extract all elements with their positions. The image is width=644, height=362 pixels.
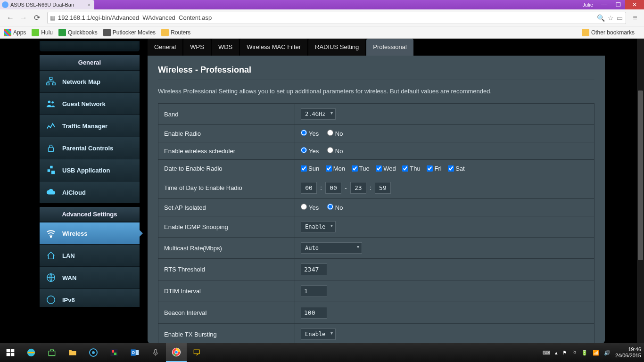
window-maximize-button[interactable]: ❐ (611, 0, 625, 9)
tab-mac-filter[interactable]: Wireless MAC Filter (240, 39, 307, 56)
quickbooks-icon (58, 29, 66, 36)
tray-chevron-icon[interactable]: ▴ (555, 350, 558, 356)
chrome-menu-button[interactable]: ≡ (630, 14, 640, 22)
tray-battery-icon[interactable]: 🔋 (581, 350, 588, 356)
page-info-icon[interactable]: ▦ (48, 15, 57, 21)
row-dtim: DTIM Interval (158, 280, 594, 302)
tray-flag-icon[interactable]: ⚑ (562, 350, 567, 356)
window-close-button[interactable]: ✕ (625, 0, 644, 9)
sidebar-item-traffic-manager[interactable]: Traffic Manager (40, 115, 140, 137)
sidebar-item-aicloud[interactable]: AiCloud (40, 181, 140, 203)
sidebar-item-network-map[interactable]: Network Map (40, 70, 140, 92)
sidebar-item-wireless[interactable]: Wireless (40, 222, 140, 244)
sidebar: General Network Map Guest Network Traffi… (39, 39, 143, 343)
tray-volume-icon[interactable]: 🔊 (604, 350, 611, 356)
scrollbar-thumb[interactable] (638, 90, 643, 260)
dtim-input[interactable] (301, 285, 327, 297)
day-wed[interactable]: Wed (376, 165, 396, 172)
taskbar-camera[interactable] (83, 343, 104, 362)
taskbar-store[interactable] (41, 343, 62, 362)
lan-icon (44, 250, 58, 261)
tab-radius[interactable]: RADIUS Setting (308, 39, 365, 56)
sidebar-item-wan[interactable]: WAN (40, 266, 140, 288)
label-ap-isolated: Set AP Isolated (158, 199, 295, 216)
row-beacon: Beacon Interval (158, 302, 594, 324)
svg-rect-1 (47, 83, 50, 85)
sidebar-item-lan[interactable]: LAN (40, 244, 140, 266)
taskbar-network-tool[interactable] (187, 343, 207, 362)
tab-wps[interactable]: WPS (183, 39, 211, 56)
close-tab-icon[interactable]: × (86, 2, 92, 8)
tab-professional[interactable]: Professional (366, 39, 413, 56)
band-select[interactable]: 2.4GHz (301, 108, 336, 120)
settings-panel: Wireless - Professional Wireless Profess… (148, 56, 605, 343)
taskbar-clock[interactable]: 19:46 24/06/2015 (615, 346, 644, 359)
back-button[interactable]: ← (5, 12, 16, 24)
sidebar-item-parental-controls[interactable]: Parental Controls (40, 137, 140, 159)
svg-rect-12 (7, 353, 10, 356)
tray-flag2-icon[interactable]: ⚐ (572, 350, 577, 356)
windows-user[interactable]: Julie (578, 2, 597, 8)
svg-text:O: O (132, 350, 135, 355)
taskbar-chrome[interactable] (166, 343, 187, 362)
page-scrollbar[interactable] (637, 39, 644, 343)
taskbar-explorer[interactable] (62, 343, 83, 362)
bookmark-hulu[interactable]: Hulu (32, 29, 53, 36)
address-bar[interactable]: ▦ 192.168.1.1/cgi-bin/Advanced_WAdvanced… (47, 12, 626, 24)
day-fri[interactable]: Fri (427, 165, 441, 172)
sidebar-item-ipv6[interactable]: IPv6 (40, 288, 140, 307)
day-thu[interactable]: Thu (402, 165, 420, 172)
time-start-hour[interactable] (301, 182, 317, 194)
time-start-min[interactable] (325, 182, 341, 194)
day-mon[interactable]: Mon (326, 165, 345, 172)
start-button[interactable] (0, 343, 21, 362)
beacon-input[interactable] (301, 307, 327, 319)
ipv6-icon (44, 295, 58, 305)
system-tray: ⌨ ▴ ⚑ ⚐ 🔋 📶 🔊 (538, 350, 615, 356)
zoom-icon[interactable]: 🔍 (597, 14, 605, 22)
day-sun[interactable]: Sun (301, 165, 319, 172)
taskbar-puzzle[interactable] (104, 343, 124, 362)
enable-radio-no[interactable]: No (327, 130, 343, 137)
tray-keyboard-icon[interactable]: ⌨ (543, 350, 550, 356)
ap-isolated-no[interactable]: No (327, 204, 343, 211)
bookmark-other[interactable]: Other bookmarks (582, 29, 635, 36)
day-sat[interactable]: Sat (448, 165, 465, 172)
scheduler-yes[interactable]: Yes (301, 148, 319, 155)
window-minimize-button[interactable]: — (597, 0, 611, 9)
scheduler-no[interactable]: No (327, 148, 343, 155)
bookmark-putlocker[interactable]: Putlocker Movies (103, 29, 156, 36)
router-page: General Network Map Guest Network Traffi… (0, 39, 644, 343)
tab-bar: General WPS WDS Wireless MAC Filter RADI… (148, 39, 605, 56)
taskbar-outlook[interactable]: O (124, 343, 145, 362)
svg-rect-13 (11, 353, 15, 356)
tab-general[interactable]: General (148, 39, 182, 56)
time-end-min[interactable] (375, 182, 391, 194)
bookmark-quickbooks[interactable]: Quickbooks (58, 29, 98, 36)
tray-wifi-icon[interactable]: 📶 (593, 350, 599, 356)
bookmark-apps[interactable]: Apps (4, 29, 26, 36)
bookmark-routers[interactable]: Routers (161, 29, 190, 36)
tab-wds[interactable]: WDS (212, 39, 239, 56)
rts-input[interactable] (301, 263, 327, 275)
device-icon[interactable]: ▭ (617, 14, 623, 22)
taskbar-ie[interactable] (21, 343, 41, 362)
day-tue[interactable]: Tue (352, 165, 370, 172)
bookmark-star-icon[interactable]: ☆ (608, 14, 614, 22)
ap-isolated-yes[interactable]: Yes (301, 204, 319, 211)
reload-button[interactable]: ⟳ (31, 12, 42, 24)
multicast-select[interactable]: Auto (301, 242, 362, 254)
forward-button[interactable]: → (18, 12, 29, 24)
igmp-select[interactable]: Enable (301, 221, 336, 232)
sidebar-item-usb-application[interactable]: USB Application (40, 159, 140, 181)
sidebar-item-guest-network[interactable]: Guest Network (40, 92, 140, 115)
txbursting-select[interactable]: Enable (301, 329, 336, 340)
folder-icon (582, 29, 589, 36)
time-end-hour[interactable] (350, 182, 366, 194)
enable-radio-yes[interactable]: Yes (301, 130, 319, 137)
clock-time: 19:46 (615, 346, 641, 353)
svg-point-7 (50, 236, 52, 238)
taskbar-mic[interactable] (145, 343, 166, 362)
browser-tab[interactable]: ASUS DSL-N66U Dual-Ban × (0, 0, 94, 9)
svg-rect-5 (49, 148, 54, 151)
